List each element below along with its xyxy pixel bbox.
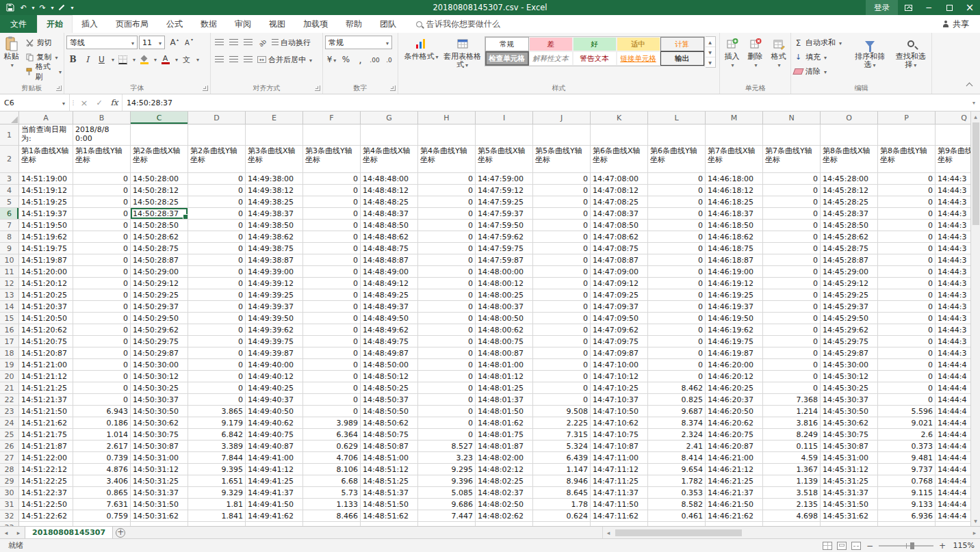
new-sheet-button[interactable] — [113, 527, 128, 538]
cell-G15[interactable]: 14:48:49:50 — [361, 313, 418, 324]
cell-J26[interactable]: 5.324 — [533, 441, 591, 452]
cell-I19[interactable]: 14:48:01:00 — [476, 359, 533, 371]
cell-G27[interactable]: 14:48:51:00 — [361, 452, 418, 464]
cell-A10[interactable]: 14:51:19:87 — [19, 254, 73, 266]
share-button[interactable]: 共享 — [942, 15, 980, 33]
minimize-button[interactable] — [918, 0, 939, 15]
cell-G9[interactable]: 14:48:48:75 — [361, 243, 418, 254]
cell-N30[interactable]: 3.518 — [763, 487, 821, 499]
cell-A2[interactable]: 第1条曲线X轴坐标 — [19, 146, 73, 173]
cell-A22[interactable]: 14:51:21:37 — [19, 394, 73, 406]
cell-N2[interactable]: 第7条曲线Y轴坐标 — [763, 146, 821, 173]
cell-O32[interactable]: 14:45:31:62 — [821, 510, 878, 522]
cell-G5[interactable]: 14:48:48:25 — [361, 196, 418, 208]
cell-P18[interactable]: 0 — [878, 347, 936, 359]
cell-O19[interactable]: 14:45:30:00 — [821, 359, 878, 371]
cell-D9[interactable]: 0 — [188, 243, 246, 254]
row-header-3[interactable]: 3 — [0, 173, 19, 185]
cell-P2[interactable]: 第8条曲线Y轴坐标 — [878, 146, 936, 173]
cell-F21[interactable]: 0 — [303, 382, 361, 394]
cell-B31[interactable]: 7.631 — [73, 499, 131, 510]
cell-C24[interactable]: 14:50:30:62 — [131, 417, 188, 429]
row-header-8[interactable]: 8 — [0, 231, 19, 243]
row-header-13[interactable]: 13 — [0, 289, 19, 301]
cell-D29[interactable]: 1.651 — [188, 475, 246, 487]
cell-Q25[interactable]: 14:44:4 — [936, 429, 970, 441]
zoom-slider[interactable] — [879, 545, 933, 547]
format-cells-button[interactable]: 格式 — [767, 34, 790, 70]
cell-B10[interactable]: 0 — [73, 254, 131, 266]
cell-F5[interactable]: 0 — [303, 196, 361, 208]
cell-J28[interactable]: 1.147 — [533, 464, 591, 475]
cell-L9[interactable]: 0 — [648, 243, 706, 254]
previous-sheet-arrow[interactable]: ◂ — [0, 527, 12, 538]
cell-E4[interactable]: 14:49:38:12 — [246, 185, 303, 196]
cell-A27[interactable]: 14:51:22:00 — [19, 452, 73, 464]
cell-D17[interactable]: 0 — [188, 336, 246, 347]
cell-E1[interactable] — [246, 124, 303, 146]
clear-button[interactable]: 清除 — [792, 64, 849, 79]
worksheet[interactable]: ABCDEFGHIJKLMNOPQ 1当前查询日期为:2018/8/8 0:00… — [0, 111, 970, 526]
cell-C23[interactable]: 14:50:30:50 — [131, 406, 188, 417]
cell-A5[interactable]: 14:51:19:25 — [19, 196, 73, 208]
ribbon-tab-review[interactable]: 审阅 — [226, 15, 260, 33]
cell-L24[interactable]: 8.374 — [648, 417, 706, 429]
cell-M11[interactable]: 14:46:19:00 — [706, 266, 763, 278]
cell-Q7[interactable]: 14:44:3 — [936, 220, 970, 231]
cell-A24[interactable]: 14:51:21:62 — [19, 417, 73, 429]
cell-B22[interactable]: 0 — [73, 394, 131, 406]
cell-I13[interactable]: 14:48:00:25 — [476, 289, 533, 301]
cell-O27[interactable]: 14:45:31:00 — [821, 452, 878, 464]
cell-style-check[interactable]: 检查单元格 — [485, 51, 529, 66]
cell-E15[interactable]: 14:49:39:50 — [246, 313, 303, 324]
cell-M29[interactable]: 14:46:21:25 — [706, 475, 763, 487]
cell-E6[interactable]: 14:49:38:37 — [246, 208, 303, 220]
cell-F4[interactable]: 0 — [303, 185, 361, 196]
redo-button[interactable] — [36, 1, 49, 14]
horizontal-scroll-thumb[interactable] — [615, 529, 742, 536]
cell-I18[interactable]: 14:48:00:87 — [476, 347, 533, 359]
cell-B14[interactable]: 0 — [73, 301, 131, 313]
cell-H24[interactable]: 0 — [418, 417, 476, 429]
sheet-tab-active[interactable]: 20180808145307 — [25, 527, 113, 538]
orientation-button[interactable] — [256, 36, 269, 49]
insert-function-button[interactable]: fx — [107, 94, 122, 111]
cell-Q27[interactable]: 14:44:4 — [936, 452, 970, 464]
vertical-scrollbar[interactable]: ▲ ▼ — [970, 111, 980, 526]
cell-E27[interactable]: 14:49:41:00 — [246, 452, 303, 464]
confirm-entry-button[interactable] — [92, 94, 107, 111]
redo-dropdown[interactable] — [49, 1, 55, 14]
cell-I28[interactable]: 14:48:02:12 — [476, 464, 533, 475]
cell-I4[interactable]: 14:47:59:12 — [476, 185, 533, 196]
page-layout-view-button[interactable] — [837, 542, 847, 550]
cell-E2[interactable]: 第3条曲线X轴坐标 — [246, 146, 303, 173]
ribbon-tab-formulas[interactable]: 公式 — [157, 15, 192, 33]
cell-D4[interactable]: 0 — [188, 185, 246, 196]
font-dialog-launcher[interactable] — [203, 86, 208, 91]
cell-G6[interactable]: 14:48:48:37 — [361, 208, 418, 220]
cell-M17[interactable]: 14:46:19:75 — [706, 336, 763, 347]
row-header-22[interactable]: 22 — [0, 394, 19, 406]
vertical-scroll-thumb[interactable] — [972, 122, 979, 225]
cell-E24[interactable]: 14:49:40:62 — [246, 417, 303, 429]
cell-M24[interactable]: 14:46:20:62 — [706, 417, 763, 429]
cell-D10[interactable]: 0 — [188, 254, 246, 266]
next-sheet-arrow[interactable]: ▸ — [12, 527, 25, 538]
cell-L20[interactable]: 0 — [648, 371, 706, 382]
cell-Q30[interactable]: 14:44:4 — [936, 487, 970, 499]
scroll-down-arrow[interactable]: ▼ — [971, 516, 980, 526]
row-header-31[interactable]: 31 — [0, 499, 19, 510]
cell-H28[interactable]: 9.295 — [418, 464, 476, 475]
cell-B9[interactable]: 0 — [73, 243, 131, 254]
cell-N24[interactable]: 3.816 — [763, 417, 821, 429]
cell-D12[interactable]: 0 — [188, 278, 246, 289]
cell-A21[interactable]: 14:51:21:25 — [19, 382, 73, 394]
cell-B8[interactable]: 0 — [73, 231, 131, 243]
format-as-table-button[interactable]: 套用表格格式 — [441, 34, 484, 70]
cell-J19[interactable]: 0 — [533, 359, 591, 371]
cell-O14[interactable]: 14:45:29:37 — [821, 301, 878, 313]
cell-E8[interactable]: 14:49:38:62 — [246, 231, 303, 243]
cell-A30[interactable]: 14:51:22:37 — [19, 487, 73, 499]
cell-G31[interactable]: 14:48:51:50 — [361, 499, 418, 510]
cell-L4[interactable]: 0 — [648, 185, 706, 196]
